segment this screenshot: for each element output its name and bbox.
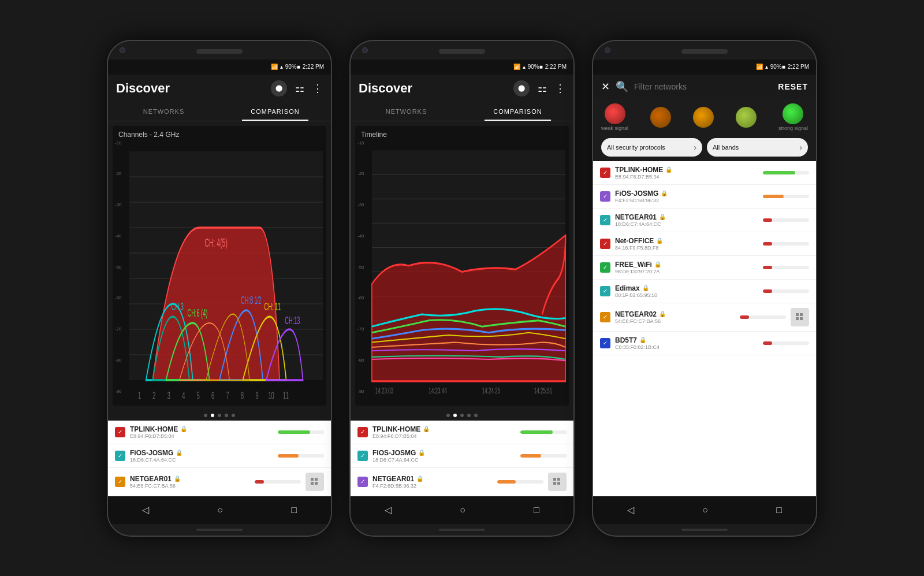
network-item-fios-3[interactable]: ✓ FiOS-JOSMG 🔒 F4:F2:6D:5B:96:32 [593, 185, 816, 209]
bluetooth-icon: 📶 [271, 64, 278, 70]
back-button-2[interactable]: ◁ [385, 504, 392, 515]
lock-icon-netgear-2: 🔒 [416, 475, 423, 482]
phone-3-bottom-bar: ◁ ○ □ [593, 496, 816, 524]
phone-1-network-list: ✓ TPLINK-HOME 🔒 E8:94:F6:D7:B5:04 ✓ [108, 421, 331, 496]
back-button-1[interactable]: ◁ [142, 504, 149, 515]
battery-status: 90%■ [285, 64, 300, 70]
home-button-1[interactable]: ○ [217, 505, 223, 515]
bottom-ridge-bar-1 [196, 529, 243, 531]
record-button[interactable]: ⬤ [271, 80, 287, 96]
svg-text:11: 11 [283, 389, 289, 401]
network-item-tplink-2[interactable]: ✓ TPLINK-HOME 🔒 E8:94:F6:D7:B5:04 [351, 421, 573, 444]
dot-2-5 [474, 414, 478, 417]
network-item-tplink-3[interactable]: ✓ TPLINK-HOME 🔒 E8:94:F6:D7:B5:04 [593, 161, 816, 185]
phone-3-network-list: ✓ TPLINK-HOME 🔒 E8:94:F6:D7:B5:04 ✓ [593, 161, 816, 496]
network-name-fios-3: FiOS-JOSMG 🔒 [615, 189, 758, 198]
phone-1-status-bar: 📶 ▴ 90%■ 2:22 PM [108, 60, 331, 75]
network-info-netgear-2: NETGEAR01 🔒 F4:F2:6D:5B:96:32 [372, 475, 493, 489]
checkbox-fios-3[interactable]: ✓ [600, 191, 610, 202]
checkbox-free-wifi[interactable]: ✓ [600, 262, 610, 273]
phone-1-header-icons: ⬤ ⚏ ⋮ [271, 80, 323, 96]
phone-2-dot-indicator [351, 410, 573, 421]
svg-rect-26 [311, 478, 314, 481]
network-info-tplink-3: TPLINK-HOME 🔒 E8:94:F6:D7:B5:04 [615, 166, 758, 180]
filter-search-input[interactable] [634, 82, 772, 91]
back-button-3[interactable]: ◁ [627, 504, 634, 515]
checkbox-fios-2[interactable]: ✓ [357, 451, 368, 461]
phone-1-content: Channels - 2.4 GHz -10 -20 -30 -40 -50 -… [108, 121, 331, 496]
checkbox-netgear-2[interactable]: ✓ [357, 477, 368, 487]
checkbox-netgear01-3[interactable]: ✓ [600, 215, 610, 225]
tab-networks-1[interactable]: NETWORKS [108, 102, 219, 121]
checkbox-fios-1[interactable]: ✓ [115, 451, 125, 461]
network-info-net-office: Net-OFFICE 🔒 84:16:F9:F5:8D:F8 [615, 237, 758, 251]
svg-text:9: 9 [255, 389, 258, 401]
svg-text:6: 6 [211, 389, 214, 401]
filter-icon-2[interactable]: ⚏ [538, 82, 547, 95]
weak-signal-label: weak signal [601, 125, 628, 131]
svg-text:CH:3: CH:3 [172, 300, 184, 312]
recents-button-3[interactable]: □ [776, 505, 782, 515]
reset-button[interactable]: RESET [778, 82, 808, 91]
svg-text:CH:6 (4): CH:6 (4) [188, 307, 208, 318]
channel-chart-svg: CH: 4(5) CH:3 CH:6 (4) CH:8 1⁄2 CH: 11 [113, 126, 326, 406]
phone-2-chart: Timeline -10 -20 -30 -40 -50 -60 -70 -80… [355, 126, 569, 406]
network-info-netgear01-3: NETGEAR01 🔒 18:D6:C7:4A:64:CC [615, 213, 758, 227]
signal-tplink-3 [763, 171, 809, 174]
recents-button-1[interactable]: □ [291, 505, 297, 515]
home-button-2[interactable]: ○ [460, 505, 465, 515]
filter-icon[interactable]: ⚏ [295, 82, 304, 95]
time-display-3: 2:22 PM [788, 64, 809, 70]
grid-icon-1[interactable] [305, 473, 324, 491]
checkbox-net-office[interactable]: ✓ [600, 239, 610, 249]
tab-networks-2[interactable]: NETWORKS [351, 102, 462, 121]
network-name-tplink-3: TPLINK-HOME 🔒 [615, 166, 758, 174]
network-item-bd5t7[interactable]: ✓ BD5T7 🔒 C0:35:F0:82:1B:C4 [593, 332, 816, 355]
checkbox-netgear02[interactable]: ✓ [600, 312, 610, 322]
bands-filter-button[interactable]: All bands › [707, 138, 808, 157]
checkbox-netgear-1[interactable]: ✓ [115, 477, 125, 487]
lock-netgear02: 🔒 [659, 311, 666, 317]
network-item-free-wifi[interactable]: ✓ FREE_WiFi 🔒 98:DE:D0:97:20:7A [593, 256, 816, 280]
record-button-2[interactable]: ⬤ [513, 80, 530, 96]
battery-status-3: 90%■ [770, 64, 785, 70]
lock-icon-tplink-2: 🔒 [423, 426, 430, 432]
security-filter-button[interactable]: All security protocols › [601, 138, 702, 157]
home-button-3[interactable]: ○ [702, 505, 708, 515]
dot-2-active [211, 414, 214, 417]
checkbox-tplink-2[interactable]: ✓ [357, 427, 368, 437]
network-item-netgear02[interactable]: ✓ NETGEAR02 🔒 54:E6:FC:C7:BA:56 [593, 303, 816, 332]
svg-text:14:23:03: 14:23:03 [375, 385, 394, 395]
checkbox-edimax[interactable]: ✓ [600, 286, 610, 296]
grid-icon-3[interactable] [791, 308, 809, 326]
phone-2-app-title: Discover [359, 81, 412, 96]
network-item-tplink-1[interactable]: ✓ TPLINK-HOME 🔒 E8:94:F6:D7:B5:04 [108, 421, 331, 444]
network-item-netgear-1[interactable]: ✓ NETGEAR01 🔒 54:E6:FC:C7:BA:56 [108, 468, 331, 496]
tab-comparison-2[interactable]: COMPARISON [462, 102, 573, 121]
network-item-edimax[interactable]: ✓ Edimax 🔒 80:1F:02:65:95:10 [593, 280, 816, 303]
checkbox-bd5t7[interactable]: ✓ [600, 338, 610, 348]
grid-icon-2[interactable] [548, 473, 567, 491]
network-item-fios-2[interactable]: ✓ FiOS-JOSMG 🔒 18:D6:C7:4A:64:CC [351, 444, 573, 468]
network-info-fios-2: FiOS-JOSMG 🔒 18:D6:C7:4A:64:CC [372, 449, 516, 463]
phone-1-app-header: Discover ⬤ ⚏ ⋮ [108, 75, 331, 102]
network-item-netgear-2[interactable]: ✓ NETGEAR01 🔒 F4:F2:6D:5B:96:32 [351, 468, 573, 496]
more-options-icon[interactable]: ⋮ [312, 82, 323, 95]
checkbox-tplink-3[interactable]: ✓ [600, 168, 610, 178]
bands-filter-arrow: › [799, 143, 802, 152]
tab-comparison-1[interactable]: COMPARISON [219, 102, 331, 121]
phone-2-header-icons: ⬤ ⚏ ⋮ [513, 80, 565, 96]
svg-text:14:24:25: 14:24:25 [482, 385, 501, 395]
signal-netgear02 [740, 315, 786, 319]
signal-dot-very-weak [605, 103, 625, 124]
network-item-net-office[interactable]: ✓ Net-OFFICE 🔒 84:16:F9:F5:8D:F8 [593, 232, 816, 256]
recents-button-2[interactable]: □ [534, 505, 539, 515]
more-options-icon-2[interactable]: ⋮ [555, 82, 565, 95]
network-item-fios-1[interactable]: ✓ FiOS-JOSMG 🔒 18:D6:C7:4A:64:CC [108, 444, 331, 468]
network-info-edimax: Edimax 🔒 80:1F:02:65:95:10 [615, 284, 758, 298]
network-item-netgear01-3[interactable]: ✓ NETGEAR01 🔒 18:D6:C7:4A:64:CC [593, 209, 816, 232]
checkbox-tplink-1[interactable]: ✓ [115, 427, 125, 437]
network-name-tplink-1: TPLINK-HOME 🔒 [130, 425, 273, 433]
close-icon[interactable]: ✕ [601, 80, 610, 93]
signal-free-wifi [763, 266, 809, 269]
